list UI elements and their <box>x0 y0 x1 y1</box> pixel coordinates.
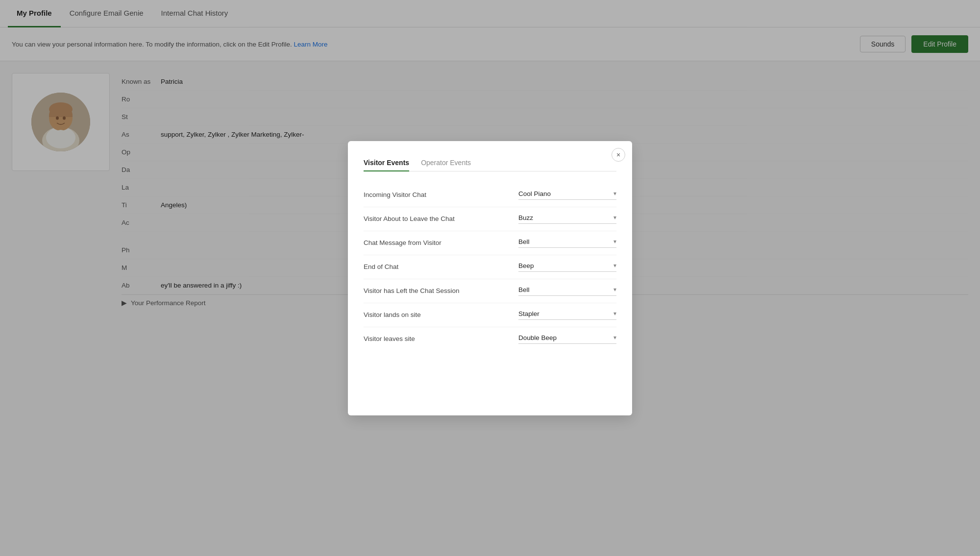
sound-row-incoming-visitor-chat: Incoming Visitor ChatCool Piano▾ <box>364 183 616 207</box>
sound-select-value-incoming-visitor-chat: Cool Piano <box>518 190 551 197</box>
sound-event-label-chat-message-from-visitor: Chat Message from Visitor <box>364 239 441 246</box>
sound-select-value-end-of-chat: Beep <box>518 262 534 269</box>
sound-event-label-incoming-visitor-chat: Incoming Visitor Chat <box>364 191 426 198</box>
sound-select-visitor-has-left-chat[interactable]: Bell▾ <box>518 286 616 296</box>
sound-select-incoming-visitor-chat[interactable]: Cool Piano▾ <box>518 190 616 200</box>
sounds-modal: × Visitor Events Operator Events Incomin… <box>348 141 632 323</box>
sound-row-visitor-has-left-chat: Visitor has Left the Chat SessionBell▾ <box>364 279 616 303</box>
sound-select-chat-message-from-visitor[interactable]: Bell▾ <box>518 238 616 248</box>
sound-row-visitor-about-to-leave: Visitor About to Leave the ChatBuzz▾ <box>364 207 616 231</box>
sound-event-label-visitor-lands-on-site: Visitor lands on site <box>364 311 421 318</box>
sound-select-value-chat-message-from-visitor: Bell <box>518 238 530 245</box>
sound-row-visitor-lands-on-site: Visitor lands on siteStapler▾ <box>364 303 616 323</box>
sound-row-chat-message-from-visitor: Chat Message from VisitorBell▾ <box>364 231 616 255</box>
chevron-down-icon: ▾ <box>613 262 616 269</box>
chevron-down-icon: ▾ <box>613 190 616 197</box>
modal-tabs: Visitor Events Operator Events <box>364 155 616 171</box>
chevron-down-icon: ▾ <box>613 286 616 293</box>
sound-row-end-of-chat: End of ChatBeep▾ <box>364 255 616 279</box>
modal-tab-visitor-events[interactable]: Visitor Events <box>364 155 409 171</box>
modal-overlay: × Visitor Events Operator Events Incomin… <box>0 0 980 322</box>
sound-event-label-visitor-has-left-chat: Visitor has Left the Chat Session <box>364 287 460 294</box>
modal-tab-operator-events[interactable]: Operator Events <box>421 155 471 171</box>
sound-select-value-visitor-has-left-chat: Bell <box>518 286 530 293</box>
sound-select-visitor-lands-on-site[interactable]: Stapler▾ <box>518 310 616 320</box>
sound-select-end-of-chat[interactable]: Beep▾ <box>518 262 616 272</box>
visitor-events-list: Incoming Visitor ChatCool Piano▾Visitor … <box>364 183 616 323</box>
sound-select-visitor-about-to-leave[interactable]: Buzz▾ <box>518 214 616 224</box>
chevron-down-icon: ▾ <box>613 238 616 245</box>
modal-close-button[interactable]: × <box>612 148 625 162</box>
chevron-down-icon: ▾ <box>613 310 616 317</box>
sound-event-label-visitor-about-to-leave: Visitor About to Leave the Chat <box>364 215 455 222</box>
close-icon: × <box>616 151 620 159</box>
sound-event-label-end-of-chat: End of Chat <box>364 263 398 270</box>
chevron-down-icon: ▾ <box>613 214 616 221</box>
sound-select-value-visitor-about-to-leave: Buzz <box>518 214 533 221</box>
sound-select-value-visitor-lands-on-site: Stapler <box>518 310 539 317</box>
